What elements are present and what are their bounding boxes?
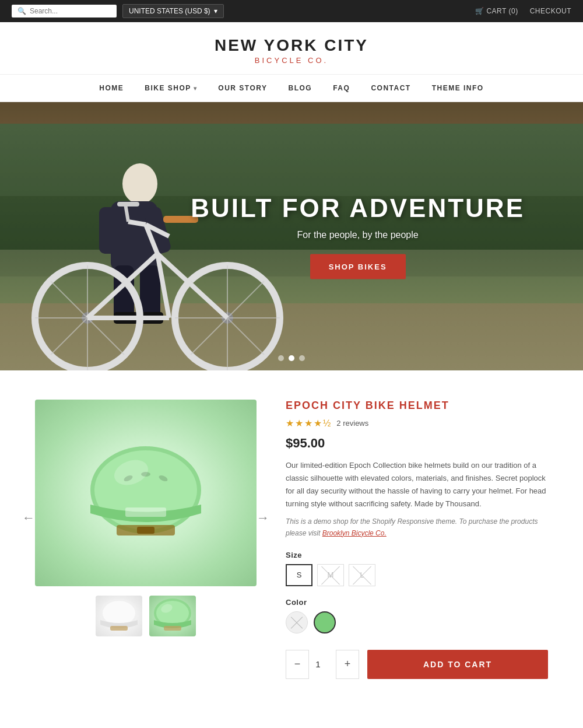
reviews-count[interactable]: 2 reviews <box>336 419 368 428</box>
search-box[interactable]: 🔍 <box>12 5 117 18</box>
hero-title: BUILT FOR ADVENTURE <box>191 194 525 223</box>
search-icon: 🔍 <box>17 7 26 15</box>
svg-point-1 <box>122 163 157 204</box>
svg-rect-3 <box>99 207 117 254</box>
color-options <box>286 611 548 634</box>
top-bar-right: 🛒 CART (0) CHECKOUT <box>475 7 571 15</box>
chevron-down-icon: ▾ <box>194 85 198 92</box>
size-m-button[interactable]: M <box>317 564 344 586</box>
gallery-prev-button[interactable]: ← <box>17 506 40 530</box>
nav-our-story[interactable]: OUR STORY <box>218 84 267 92</box>
hero-subtitle: For the people, by the people <box>191 230 525 240</box>
cart-label: CART (0) <box>486 7 518 15</box>
brand-name: NEW YORK CITY <box>12 36 571 55</box>
product-rating: ★★★★½ 2 reviews <box>286 418 548 429</box>
carousel-dot-2[interactable] <box>289 355 294 361</box>
product-price: $95.00 <box>286 436 548 451</box>
svg-rect-46 <box>164 626 181 631</box>
nav-blog[interactable]: BLOG <box>289 84 312 92</box>
quantity-input[interactable] <box>308 650 336 679</box>
size-s-button[interactable]: S <box>286 564 312 586</box>
chevron-down-icon: ▾ <box>214 7 217 15</box>
color-green-swatch[interactable] <box>314 611 336 634</box>
svg-rect-36 <box>125 508 166 517</box>
hero-content: BUILT FOR ADVENTURE For the people, by t… <box>191 194 525 279</box>
product-description: Our limited-edition Epoch Collection bik… <box>286 459 548 510</box>
svg-rect-35 <box>137 527 154 534</box>
carousel-dot-3[interactable] <box>299 355 305 361</box>
checkout-link[interactable]: CHECKOUT <box>530 7 571 15</box>
hero-banner: /* bars rendered below */ <box>0 102 583 370</box>
helmet-image <box>82 435 210 551</box>
product-gallery: ← → <box>35 400 257 636</box>
brand-subtitle: BICYCLE CO. <box>12 56 571 65</box>
nav-contact[interactable]: CONTACT <box>371 84 410 92</box>
carousel-dot-1[interactable] <box>278 355 284 361</box>
product-section: ← → <box>0 370 583 708</box>
thumbnail-green[interactable] <box>149 596 196 636</box>
top-bar-left: 🔍 UNITED STATES (USD $) ▾ <box>12 4 224 18</box>
main-nav: HOME BIKE SHOP ▾ OUR STORY BLOG FAQ CONT… <box>0 75 583 102</box>
nav-home[interactable]: HOME <box>99 84 124 92</box>
svg-point-38 <box>141 472 150 477</box>
size-l-button[interactable]: L <box>349 564 375 586</box>
size-label: Size <box>286 551 548 559</box>
product-info: EPOCH CITY BIKE HELMET ★★★★½ 2 reviews $… <box>286 400 548 679</box>
product-note-link[interactable]: Brooklyn Bicycle Co. <box>322 529 387 537</box>
site-header: NEW YORK CITY BICYCLE CO. <box>0 22 583 75</box>
star-rating: ★★★★½ <box>286 418 332 429</box>
cart-icon: 🛒 <box>475 7 486 15</box>
add-to-cart-button[interactable]: ADD TO CART <box>367 650 548 679</box>
thumbnail-white[interactable] <box>96 596 142 636</box>
top-bar: 🔍 UNITED STATES (USD $) ▾ 🛒 CART (0) CHE… <box>0 0 583 22</box>
search-input[interactable] <box>30 7 111 15</box>
quantity-decrease-button[interactable]: − <box>286 650 308 679</box>
svg-point-44 <box>156 601 189 625</box>
product-main-image <box>35 400 257 586</box>
gallery-next-button[interactable]: → <box>252 506 274 530</box>
currency-label: UNITED STATES (USD $) <box>129 7 210 15</box>
nav-theme-info[interactable]: THEME INFO <box>432 84 484 92</box>
svg-point-41 <box>103 601 135 625</box>
currency-selector[interactable]: UNITED STATES (USD $) ▾ <box>122 4 224 18</box>
hero-carousel-dots <box>278 355 305 361</box>
size-options: S M L <box>286 564 548 586</box>
svg-rect-42 <box>110 626 128 631</box>
nav-faq[interactable]: FAQ <box>333 84 350 92</box>
svg-line-26 <box>128 222 146 225</box>
add-to-cart-row: − + ADD TO CART <box>286 650 548 679</box>
product-name: EPOCH CITY BIKE HELMET <box>286 400 548 412</box>
quantity-control: − + <box>286 650 359 679</box>
quantity-increase-button[interactable]: + <box>336 650 359 679</box>
product-note: This is a demo shop for the Shopify Resp… <box>286 516 548 538</box>
cart-link[interactable]: 🛒 CART (0) <box>475 7 518 15</box>
product-thumbnails <box>35 596 257 636</box>
color-white-swatch[interactable] <box>286 611 308 634</box>
shop-bikes-button[interactable]: SHOP BIKES <box>310 254 406 279</box>
color-label: Color <box>286 598 548 607</box>
nav-bike-shop[interactable]: BIKE SHOP ▾ <box>145 84 197 92</box>
